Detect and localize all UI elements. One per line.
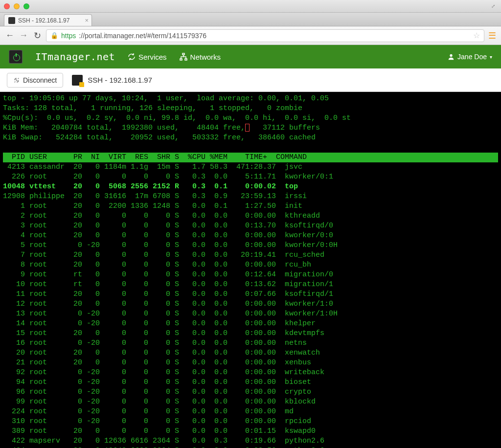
network-icon	[180, 53, 187, 61]
svg-rect-0	[182, 53, 184, 55]
logo-icon	[9, 50, 23, 64]
tab-title: SSH - 192.168.1.97	[18, 17, 69, 24]
browser-toolbar: ← → ↻ 🔒 https://portal.itmanager.net/#/t…	[0, 26, 501, 45]
close-tab-icon[interactable]: ×	[85, 17, 89, 24]
svg-point-3	[450, 54, 452, 57]
window-titlebar: ⤢	[0, 0, 501, 13]
fullscreen-icon[interactable]: ⤢	[491, 3, 497, 9]
nav-networks[interactable]: Networks	[180, 53, 221, 61]
svg-rect-2	[185, 59, 187, 60]
svg-rect-1	[180, 59, 182, 60]
browser-tab[interactable]: SSH - 192.168.1.97 ×	[4, 14, 92, 26]
bookmark-star-icon[interactable]: ☆	[473, 31, 480, 40]
back-button[interactable]: ←	[5, 30, 15, 41]
favicon-icon	[8, 17, 15, 24]
ssh-label: SSH - 192.168.1.97	[88, 76, 152, 84]
url-path: ://portal.itmanager.net/#/term/141157937…	[79, 32, 206, 40]
user-name: Jane Doe	[457, 53, 487, 61]
disconnect-icon	[13, 77, 20, 84]
url-protocol: https	[61, 32, 76, 40]
app-header: ITmanager.net Services Networks Jane Doe…	[0, 45, 501, 68]
traffic-lights	[4, 3, 29, 9]
close-window-button[interactable]	[4, 3, 10, 9]
minimize-window-button[interactable]	[14, 3, 20, 9]
sub-toolbar: Disconnect SSH - 192.168.1.97	[0, 68, 501, 92]
forward-button[interactable]: →	[19, 30, 28, 41]
reload-button[interactable]: ↻	[32, 30, 42, 41]
zoom-window-button[interactable]	[23, 3, 29, 9]
user-menu[interactable]: Jane Doe ▾	[448, 53, 492, 61]
terminal-icon	[72, 75, 83, 86]
ssh-breadcrumb: SSH - 192.168.1.97	[72, 75, 152, 86]
disconnect-label: Disconnect	[23, 76, 57, 84]
caret-down-icon: ▾	[490, 54, 492, 60]
user-icon	[448, 53, 455, 60]
nav-services-label: Services	[138, 53, 167, 61]
hamburger-menu-icon[interactable]: ☰	[488, 30, 496, 41]
terminal[interactable]: top - 19:05:06 up 77 days, 10:24, 1 user…	[0, 92, 501, 448]
address-bar[interactable]: 🔒 https://portal.itmanager.net/#/term/14…	[46, 29, 484, 42]
brand-name: ITmanager.net	[35, 51, 115, 63]
nav-services[interactable]: Services	[128, 53, 167, 61]
nav-networks-label: Networks	[190, 53, 221, 61]
lock-icon: 🔒	[50, 32, 58, 39]
disconnect-button[interactable]: Disconnect	[7, 73, 63, 88]
browser-tab-strip: SSH - 192.168.1.97 ×	[0, 13, 501, 26]
refresh-icon	[128, 53, 136, 61]
